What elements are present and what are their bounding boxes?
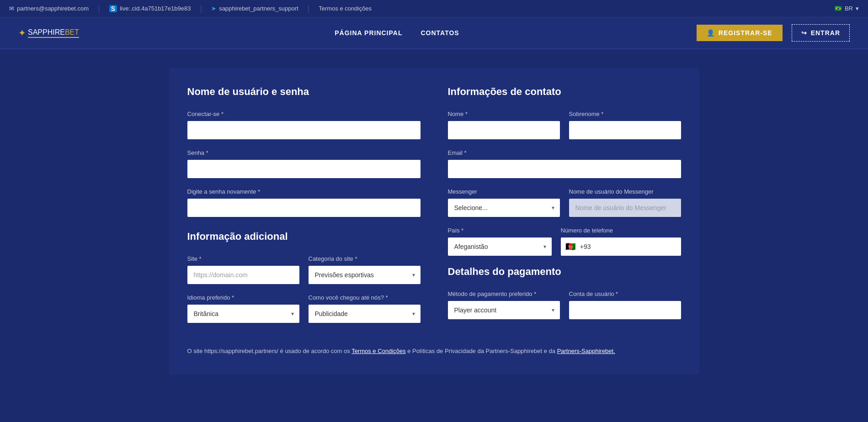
nav-contacts-link[interactable]: CONTATOS (421, 29, 459, 37)
country-label: País * (448, 227, 552, 234)
skype-contact: S live:.cid.4a751b17e1b9e83 (109, 5, 191, 12)
navbar: ✦ SAPPHIREBET PÁGINA PRINCIPAL CONTATOS … (0, 17, 868, 49)
email-label: Email * (448, 149, 681, 156)
messenger-select[interactable]: Selecione... Telegram WhatsApp (448, 199, 560, 217)
phone-flag-icon: 🇦🇫 (561, 242, 580, 252)
site-input[interactable] (187, 266, 299, 284)
terms-conditions-link[interactable]: Termos e Condições (351, 348, 406, 354)
first-name-label: Nome * (448, 111, 560, 117)
name-row: Nome * Sobrenome * (448, 111, 681, 139)
left-column: Nome de usuário e senha Conectar-se * Se… (187, 86, 421, 333)
logo-bet: BET (65, 28, 79, 36)
payment-method-group: Método de pagamento preferido * Player a… (448, 290, 681, 319)
nav-actions: 👤 REGISTRAR-SE ↪ ENTRAR (697, 24, 850, 42)
messenger-field-group: Messenger Selecione... Telegram WhatsApp… (448, 188, 681, 217)
how-found-label: Como você chegou até nós? * (309, 294, 421, 301)
last-name-label: Sobrenome * (569, 111, 681, 117)
phone-label: Número de telefone (561, 227, 681, 234)
brazil-flag-icon: 🇧🇷 (835, 5, 842, 12)
first-name-input[interactable] (448, 121, 560, 139)
site-category-field: Categoria do site * Previsões esportivas… (309, 255, 421, 284)
registration-form: Nome de usuário e senha Conectar-se * Se… (169, 68, 699, 375)
password-input[interactable] (187, 160, 421, 178)
contact-section: Informações de contato Nome * Sobrenome … (448, 86, 681, 256)
site-label: Site * (187, 255, 299, 262)
how-found-select[interactable]: Publicidade Google (309, 305, 421, 323)
footer-text: O site https://sapphirebet.partners/ é u… (187, 347, 681, 356)
language-label: Idioma preferido * (187, 294, 299, 301)
language-how-found-group: Idioma preferido * Britânica Portuguesa … (187, 294, 421, 323)
language-how-found-row: Idioma preferido * Britânica Portuguesa … (187, 294, 421, 323)
messenger-label: Messenger (448, 188, 560, 195)
country-field: País * Afeganistão Brasil ▾ (448, 227, 552, 256)
user-account-input[interactable] (569, 301, 681, 319)
messenger-username-input[interactable] (569, 199, 681, 217)
payment-section: Detalhes do pagamento Método de pagament… (448, 266, 681, 319)
messenger-row: Messenger Selecione... Telegram WhatsApp… (448, 188, 681, 217)
credentials-title: Nome de usuário e senha (187, 86, 421, 98)
how-found-field: Como você chegou até nós? * Publicidade … (309, 294, 421, 323)
messenger-wrapper: Selecione... Telegram WhatsApp ▾ (448, 199, 560, 217)
sep1: | (98, 4, 100, 13)
phone-input[interactable] (595, 237, 681, 256)
telegram-icon: ➤ (211, 5, 216, 12)
email-input[interactable] (448, 160, 681, 178)
how-found-wrapper: Publicidade Google ▾ (309, 305, 421, 323)
logo-text: SAPPHIREBET (28, 28, 79, 38)
payment-method-wrapper: Player account Bank Transfer Crypto ▾ (448, 301, 560, 319)
language-select[interactable]: Britânica Portuguesa (187, 305, 299, 323)
footer-text-middle: e Políticas de Privacidade da Partners-S… (406, 348, 557, 354)
top-bar: ✉ partners@sapphirebet.com | S live:.cid… (0, 0, 868, 17)
logo[interactable]: ✦ SAPPHIREBET (18, 27, 79, 38)
language-selector[interactable]: 🇧🇷 BR ▾ (835, 5, 859, 12)
username-label: Conectar-se * (187, 111, 421, 117)
payment-method-select[interactable]: Player account Bank Transfer Crypto (448, 301, 560, 319)
skype-id: live:.cid.4a751b17e1b9e83 (120, 5, 191, 12)
payment-row: Método de pagamento preferido * Player a… (448, 290, 681, 319)
password-field-group: Senha * (187, 149, 421, 178)
login-label: ENTRAR (811, 29, 840, 37)
messenger-type-field: Messenger Selecione... Telegram WhatsApp… (448, 188, 560, 217)
phone-input-wrapper: 🇦🇫 +93 (561, 237, 681, 256)
nav-main-link[interactable]: PÁGINA PRINCIPAL (335, 29, 402, 37)
site-category-wrapper: Previsões esportivas Blog SEO ▾ (309, 266, 421, 284)
confirm-password-input[interactable] (187, 199, 421, 217)
email-contact: ✉ partners@sapphirebet.com (9, 5, 89, 12)
form-grid: Nome de usuário e senha Conectar-se * Se… (187, 86, 681, 333)
telegram-contact: ➤ sapphirebet_partners_support (211, 5, 298, 12)
login-arrow-icon: ↪ (801, 29, 807, 37)
country-phone-group: País * Afeganistão Brasil ▾ (448, 227, 681, 256)
additional-section: Informação adicional Site * Categoria do… (187, 231, 421, 323)
payment-title: Detalhes do pagamento (448, 266, 681, 278)
email-icon: ✉ (9, 5, 14, 12)
right-column: Informações de contato Nome * Sobrenome … (448, 86, 681, 333)
confirm-password-label: Digite a senha novamente * (187, 188, 421, 195)
payment-method-field: Método de pagamento preferido * Player a… (448, 290, 560, 319)
email-address: partners@sapphirebet.com (17, 5, 89, 12)
lang-code: BR (845, 5, 853, 12)
register-button[interactable]: 👤 REGISTRAR-SE (697, 25, 783, 41)
credentials-section: Nome de usuário e senha Conectar-se * Se… (187, 86, 421, 217)
last-name-input[interactable] (569, 121, 681, 139)
skype-icon: S (109, 5, 117, 12)
last-name-field: Sobrenome * (569, 111, 681, 139)
lang-chevron-icon: ▾ (856, 5, 859, 12)
site-field-group: Site * Categoria do site * Previsões esp… (187, 255, 421, 284)
password-label: Senha * (187, 149, 421, 156)
logo-sapphire: SAPPHIRE (28, 28, 65, 36)
site-category-select[interactable]: Previsões esportivas Blog SEO (309, 266, 421, 284)
terms-link[interactable]: Termos e condições (319, 5, 372, 12)
partners-sapphirebet-link[interactable]: Partners-Sapphirebet. (557, 348, 615, 354)
additional-title: Informação adicional (187, 231, 421, 243)
first-name-field: Nome * (448, 111, 560, 139)
phone-field: Número de telefone 🇦🇫 +93 (561, 227, 681, 256)
user-account-label: Conta de usuário * (569, 290, 681, 297)
country-phone-row: País * Afeganistão Brasil ▾ (448, 227, 681, 256)
footer-text-before: O site https://sapphirebet.partners/ é u… (187, 348, 352, 354)
country-select[interactable]: Afeganistão Brasil (448, 237, 552, 256)
login-button[interactable]: ↪ ENTRAR (792, 24, 850, 42)
messenger-username-label: Nome de usuário do Messenger (569, 188, 681, 195)
confirm-password-field-group: Digite a senha novamente * (187, 188, 421, 217)
logo-star-icon: ✦ (18, 27, 26, 38)
username-input[interactable] (187, 121, 421, 139)
